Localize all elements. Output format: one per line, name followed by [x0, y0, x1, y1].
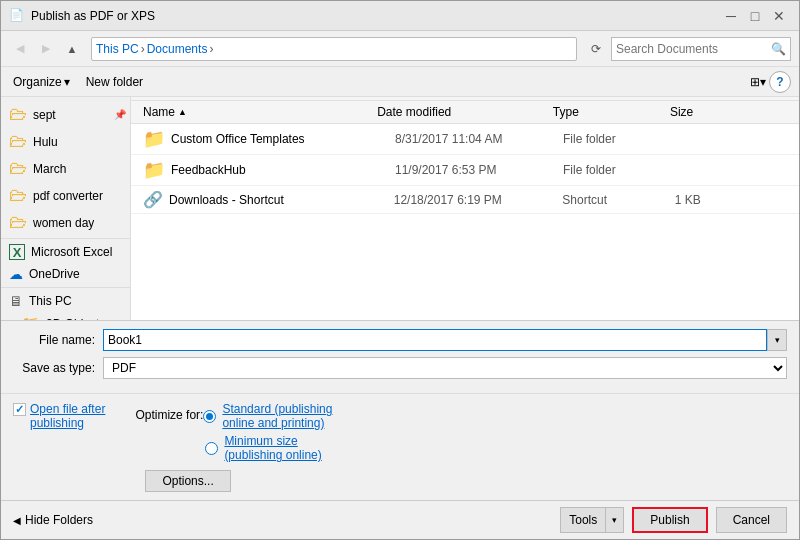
- maximize-button[interactable]: □: [743, 4, 767, 28]
- breadcrumb-documents[interactable]: Documents: [147, 42, 208, 56]
- expand-icon: ◀: [13, 515, 21, 526]
- savetype-row: Save as type: PDF: [13, 357, 787, 379]
- refresh-button[interactable]: ⟳: [585, 38, 607, 60]
- col-type-label: Type: [553, 105, 579, 119]
- filename-dropdown-arrow[interactable]: ▾: [767, 329, 787, 351]
- col-header-name[interactable]: Name ▲: [143, 105, 377, 119]
- table-row[interactable]: 📁 FeedbackHub 11/9/2017 6:53 PM File fol…: [131, 155, 799, 186]
- sidebar-item-hulu[interactable]: 🗁 Hulu: [1, 128, 130, 155]
- sidebar-item-thispc[interactable]: 🖥 This PC: [1, 290, 130, 312]
- onedrive-icon: ☁: [9, 266, 23, 282]
- savetype-select[interactable]: PDF: [103, 357, 787, 379]
- shortcut-icon: 🔗: [143, 190, 163, 209]
- search-icon: 🔍: [771, 42, 786, 56]
- standard-label-container: Standard (publishing online and printing…: [222, 402, 332, 430]
- sidebar-item-3dobjects[interactable]: 📁 3D Objects: [1, 312, 130, 320]
- open-file-label1[interactable]: Open file after: [30, 402, 105, 416]
- file-name: Downloads - Shortcut: [169, 193, 394, 207]
- organize-arrow-icon: ▾: [64, 75, 70, 89]
- table-row[interactable]: 📁 Custom Office Templates 8/31/2017 11:0…: [131, 124, 799, 155]
- file-list-header: Name ▲ Date modified Type Size: [131, 101, 799, 124]
- excel-icon: X: [9, 244, 25, 260]
- sidebar-divider-1: [1, 238, 130, 239]
- sidebar-label-onedrive: OneDrive: [29, 267, 80, 281]
- optimize-section: Optimize for: Standard (publishing onlin…: [135, 402, 332, 492]
- new-folder-button[interactable]: New folder: [82, 73, 147, 91]
- search-box: 🔍: [611, 37, 791, 61]
- sidebar-item-pdf-converter[interactable]: 🗁 pdf converter: [1, 182, 130, 209]
- forward-button[interactable]: ▶: [35, 38, 57, 60]
- sidebar-label-sept: sept: [33, 108, 56, 122]
- sidebar-item-sept[interactable]: 🗁 sept 📌: [1, 101, 130, 128]
- folder-icon: 📁: [143, 159, 165, 181]
- dialog-title: Publish as PDF or XPS: [31, 9, 719, 23]
- sidebar-item-women-day[interactable]: 🗁 women day: [1, 209, 130, 236]
- file-list-area: Name ▲ Date modified Type Size 📁 Custom …: [131, 97, 799, 320]
- help-button[interactable]: ?: [769, 71, 791, 93]
- col-header-size[interactable]: Size: [670, 105, 787, 119]
- folder-icon: 🗁: [9, 185, 27, 206]
- options-button[interactable]: Options...: [145, 470, 230, 492]
- options-area: ✓ Open file after publishing Optimize fo…: [1, 393, 799, 500]
- view-toggle-button[interactable]: ⊞▾: [747, 71, 769, 93]
- sidebar-item-march[interactable]: 🗁 March: [1, 155, 130, 182]
- minimum-label1[interactable]: Minimum size: [224, 434, 321, 448]
- pc-icon: 🖥: [9, 293, 23, 309]
- dialog-footer: ◀ Hide Folders Tools ▾ Publish Cancel: [1, 500, 799, 539]
- sidebar-item-excel[interactable]: X Microsoft Excel: [1, 241, 130, 263]
- minimum-radio-row: Minimum size (publishing online): [205, 434, 332, 462]
- sidebar-item-onedrive[interactable]: ☁ OneDrive: [1, 263, 130, 285]
- file-date: 12/18/2017 6:19 PM: [394, 193, 563, 207]
- breadcrumb-sep1: ›: [141, 42, 145, 56]
- search-input[interactable]: [616, 42, 771, 56]
- open-file-checkbox[interactable]: ✓: [13, 403, 26, 416]
- sidebar-label-march: March: [33, 162, 66, 176]
- action-bar: Organize ▾ New folder ⊞▾ ?: [1, 67, 799, 97]
- toolbar: ◀ ▶ ▲ This PC › Documents › ⟳ 🔍: [1, 31, 799, 67]
- sidebar-label-pdf: pdf converter: [33, 189, 103, 203]
- minimum-radio[interactable]: [205, 442, 218, 455]
- cancel-button[interactable]: Cancel: [716, 507, 787, 533]
- tools-button[interactable]: Tools ▾: [560, 507, 624, 533]
- folder-icon: 🗁: [9, 104, 27, 125]
- minimum-label2[interactable]: (publishing online): [224, 448, 321, 462]
- back-button[interactable]: ◀: [9, 38, 31, 60]
- filename-input[interactable]: [103, 329, 767, 351]
- table-row[interactable]: 🔗 Downloads - Shortcut 12/18/2017 6:19 P…: [131, 186, 799, 214]
- pin-icon: 📌: [114, 109, 126, 120]
- close-button[interactable]: ✕: [767, 4, 791, 28]
- file-type: Shortcut: [562, 193, 674, 207]
- savetype-label: Save as type:: [13, 361, 103, 375]
- breadcrumb-thispc[interactable]: This PC: [96, 42, 139, 56]
- tools-arrow-icon[interactable]: ▾: [605, 507, 623, 533]
- open-file-checkbox-row: ✓ Open file after: [13, 402, 105, 416]
- col-name-label: Name: [143, 105, 175, 119]
- standard-label2[interactable]: online and printing): [222, 416, 332, 430]
- breadcrumb-sep2: ›: [209, 42, 213, 56]
- col-size-label: Size: [670, 105, 693, 119]
- minimum-label-container: Minimum size (publishing online): [224, 434, 321, 462]
- col-header-date[interactable]: Date modified: [377, 105, 553, 119]
- standard-label1[interactable]: Standard (publishing: [222, 402, 332, 416]
- file-date: 11/9/2017 6:53 PM: [395, 163, 563, 177]
- standard-radio-row: Standard (publishing online and printing…: [203, 402, 332, 430]
- filename-label: File name:: [13, 333, 103, 347]
- tools-label: Tools: [561, 513, 605, 527]
- col-header-type[interactable]: Type: [553, 105, 670, 119]
- sidebar-label-excel: Microsoft Excel: [31, 245, 112, 259]
- up-button[interactable]: ▲: [61, 38, 83, 60]
- folder-icon: 🗁: [9, 158, 27, 179]
- publish-button[interactable]: Publish: [632, 507, 707, 533]
- breadcrumb[interactable]: This PC › Documents ›: [91, 37, 577, 61]
- organize-button[interactable]: Organize ▾: [9, 73, 74, 91]
- hide-folders-label: Hide Folders: [25, 513, 93, 527]
- col-date-label: Date modified: [377, 105, 451, 119]
- sidebar-label-thispc: This PC: [29, 294, 72, 308]
- standard-radio[interactable]: [203, 410, 216, 423]
- view-icons: ⊞▾ ?: [747, 71, 791, 93]
- hide-folders-button[interactable]: ◀ Hide Folders: [13, 513, 93, 527]
- folder-icon: 🗁: [9, 131, 27, 152]
- optimize-label: Optimize for:: [135, 408, 203, 422]
- minimize-button[interactable]: ─: [719, 4, 743, 28]
- open-file-label2[interactable]: publishing: [30, 416, 84, 430]
